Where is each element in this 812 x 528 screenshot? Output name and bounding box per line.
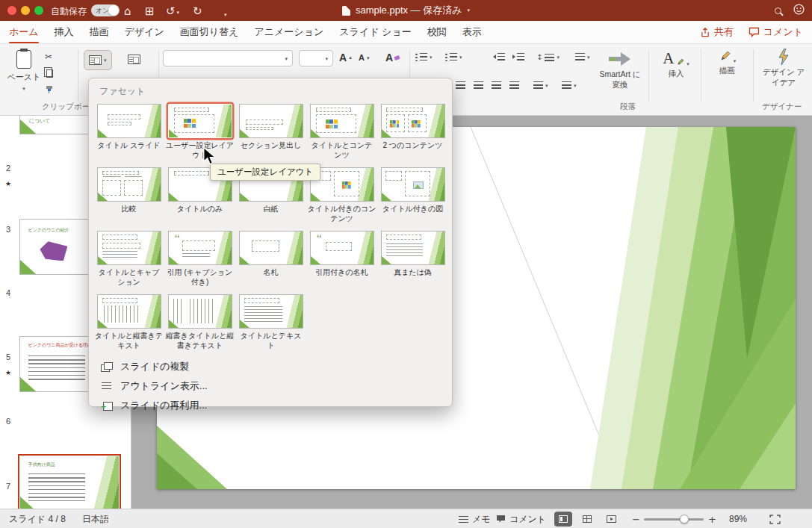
close-button[interactable] [7,6,16,15]
home-button[interactable]: ⌂ [124,4,131,17]
slideshow-button[interactable] [602,512,620,527]
tab-review[interactable]: 校閲 [427,21,447,43]
font-size-select[interactable]: ▾ [299,50,333,66]
numbered-list-icon [445,53,457,61]
comments-button[interactable]: コメント [749,25,803,39]
numbering-button[interactable]: ▾ [445,53,462,61]
increase-font-button[interactable]: A▴ [339,52,352,63]
tab-draw[interactable]: 描画 [90,21,109,43]
language-indicator[interactable]: 日本語 [82,509,109,528]
quick-grid-button[interactable]: ⊞ [145,4,155,17]
slide-thumbnail-4[interactable]: 子供向け商品 [19,456,120,509]
layout-item-comparison[interactable]: 比較 [93,165,164,223]
slide-sorter-button[interactable] [578,512,596,527]
layout-item-title-text[interactable]: タイトルとテキスト [235,292,306,350]
layout-item-title-slide[interactable]: タイトル スライド [93,102,164,160]
redo-button[interactable]: ↻ [193,4,202,17]
tab-slideshow[interactable]: スライド ショー [339,21,411,43]
chevron-down-icon: ▾ [104,58,107,63]
insert-text-icon: A [663,51,674,66]
justify-icon [509,81,519,89]
layout-item-title-content[interactable]: タイトルとコンテンツ [306,102,377,160]
tab-home[interactable]: ホーム [9,21,39,43]
distribute-text-button[interactable]: ▾ [575,53,590,60]
zoom-slider-knob[interactable] [680,515,689,524]
align-center-icon [474,81,483,89]
decrease-indent-button[interactable] [493,53,505,60]
slide-number: 7 [6,482,10,491]
layout-item-name-card[interactable]: 名札 [235,229,306,287]
autosave-toggle[interactable]: オン [91,4,120,16]
zoom-out-button[interactable]: − [632,509,640,528]
tab-animations[interactable]: アニメーション [254,21,323,43]
line-spacing-button[interactable]: ↕▾ [536,53,560,61]
tab-insert[interactable]: 挿入 [55,21,74,43]
layout-item-true-false[interactable]: 真または偽 [377,229,448,287]
layout-item-section-header[interactable]: セクション見出し [235,102,306,160]
duplicate-slide-item[interactable]: スライドの複製 [93,357,447,376]
convert-to-smartart-button[interactable]: SmartArt に変換 [596,50,644,90]
thumb-title: ピンクのワニ商品が受ける理由 [28,342,90,349]
justify-button[interactable] [509,81,519,89]
reuse-slides-icon [101,400,113,411]
outline-view-item[interactable]: アウトライン表示... [93,376,447,396]
paste-button[interactable]: ペースト ▾ [6,49,42,91]
fit-to-window-button[interactable] [769,509,781,528]
layout-thumbnail [168,294,232,329]
normal-view-button[interactable] [554,512,572,527]
layout-item-custom[interactable]: ユーザー設定レイアウト [164,102,235,160]
reset-slide-button[interactable] [124,50,144,69]
font-name-select[interactable]: ▾ [163,50,293,66]
align-left-button[interactable] [456,81,465,89]
text-direction-button[interactable]: ▾ [533,81,548,89]
search-button[interactable] [775,7,781,14]
design-ideas-button[interactable]: デザイン アイデア [760,49,807,87]
share-button[interactable]: 共有 [700,25,734,39]
slide-number: 6 [6,417,10,426]
layout-item-title-caption[interactable]: タイトルとキャプション [93,229,164,287]
layout-item-picture-with-caption[interactable]: タイトル付きの図 [377,165,448,223]
decrease-font-button[interactable]: A▾ [359,54,369,62]
notes-button[interactable]: メモ [459,509,491,528]
tab-view[interactable]: 表示 [462,21,482,43]
draw-button[interactable]: ▾ 描画 [708,50,746,76]
tab-design[interactable]: デザイン [125,21,164,43]
pen-icon [676,58,684,66]
align-text-button[interactable]: ▾ [562,81,577,89]
layout-thumbnail [381,231,445,265]
account-button[interactable] [793,4,805,18]
insert-text-button[interactable]: A ▾ 挿入 [657,51,695,79]
bullets-button[interactable]: ▾ [415,53,433,61]
clear-formatting-button[interactable]: A [385,52,400,63]
layout-item-title-vertical-text[interactable]: タイトルと縦書きテキスト [93,292,164,350]
format-painter-button[interactable] [45,84,54,95]
layout-item-vertical-title-text[interactable]: 縦書きタイトルと縦書きテキスト [164,292,235,350]
slide-layout-button[interactable]: ▾ [84,50,112,70]
undo-button[interactable]: ↺▾ [166,4,179,17]
zoom-in-button[interactable]: + [708,509,716,528]
align-center-button[interactable] [474,81,483,89]
tab-transitions[interactable]: 画面切り替え [180,21,239,43]
reuse-slides-item[interactable]: スライドの再利用... [93,396,447,415]
toolbar-customize-button[interactable]: ▾ [224,6,227,19]
zoom-slider[interactable] [644,509,704,528]
cut-button[interactable]: ✂ [45,52,54,62]
statusbar: スライド 4 / 8 日本語 メモ コメント − + 89% [0,509,812,528]
layout-label: 引用 (キャプション付き) [166,268,235,287]
fullscreen-button[interactable] [34,6,43,15]
copy-button[interactable] [45,68,54,78]
increase-indent-button[interactable] [512,53,524,60]
layout-item-two-content[interactable]: 2 つのコンテンツ [377,102,448,160]
layout-item-quote-caption[interactable]: “ 引用 (キャプション付き) [164,229,235,287]
share-icon [700,27,710,38]
status-comments-button[interactable]: コメント [496,509,546,528]
minimize-button[interactable] [21,6,30,15]
chevron-down-icon: ▾ [557,55,560,60]
zoom-level[interactable]: 89% [729,509,747,528]
layout-label: タイトルとキャプション [95,268,164,287]
window-title-area: sample.pptx — 保存済み ▾ [0,0,812,21]
align-right-button[interactable] [492,81,501,89]
duplicate-slides-icon [101,361,113,372]
slide-counter: スライド 4 / 8 [9,509,66,528]
layout-item-quote-name-card[interactable]: “ 引用付きの名札 [306,229,377,287]
